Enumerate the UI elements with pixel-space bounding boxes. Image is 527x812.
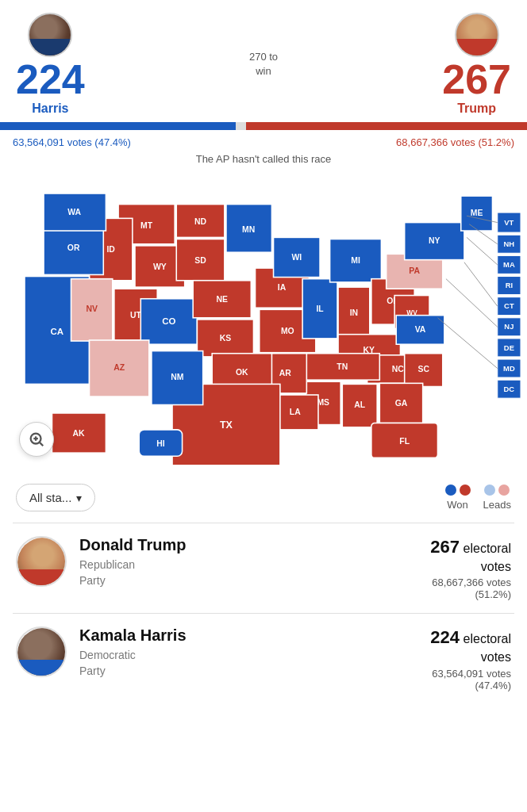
harris-avatar-large bbox=[16, 626, 67, 677]
won-label: Won bbox=[447, 499, 468, 511]
svg-text:NH: NH bbox=[504, 239, 515, 248]
harris-ev-number: 224 bbox=[430, 627, 460, 647]
threshold-line1: 270 to bbox=[249, 50, 278, 64]
svg-text:NM: NM bbox=[171, 373, 183, 381]
svg-text:VT: VT bbox=[504, 218, 514, 227]
harris-leads-dot bbox=[484, 485, 495, 496]
svg-text:RI: RI bbox=[506, 281, 513, 289]
harris-popular: 63,564,091 votes(47.4%) bbox=[430, 668, 511, 691]
svg-text:OK: OK bbox=[236, 368, 248, 377]
svg-line-55 bbox=[437, 318, 497, 369]
leads-dots bbox=[484, 485, 510, 496]
trump-popular-votes: 68,667,366 votes (51.2%) bbox=[396, 136, 514, 148]
svg-text:NC: NC bbox=[392, 365, 405, 373]
svg-text:AL: AL bbox=[354, 400, 366, 409]
trump-avatar-image bbox=[17, 538, 67, 587]
trump-leads-dot bbox=[498, 485, 510, 496]
harris-name-large: Kamala Harris bbox=[79, 626, 417, 645]
svg-text:HI: HI bbox=[156, 439, 165, 448]
harris-electoral-votes: 224 electoralvotes bbox=[430, 626, 511, 665]
svg-text:MS: MS bbox=[317, 398, 329, 407]
svg-text:WA: WA bbox=[67, 208, 81, 216]
svg-text:ME: ME bbox=[471, 209, 483, 217]
legend-row: All sta... ▾ Won Leads bbox=[0, 473, 527, 523]
svg-text:MO: MO bbox=[281, 327, 294, 335]
svg-text:IA: IA bbox=[278, 283, 287, 292]
threshold-info: 270 to win bbox=[249, 50, 278, 79]
trump-score: 267 bbox=[442, 59, 511, 100]
won-dots bbox=[445, 485, 471, 496]
state-filter-button[interactable]: All sta... ▾ bbox=[16, 484, 95, 511]
ap-notice: The AP hasn't called this race bbox=[0, 150, 527, 171]
trump-row: Donald Trump RepublicanParty 267 elector… bbox=[0, 523, 527, 613]
votes-row: 63,564,091 votes (47.4%) 68,667,366 vote… bbox=[0, 135, 527, 150]
harris-popular-votes: 63,564,091 votes (47.4%) bbox=[13, 136, 131, 148]
legend-items: Won Leads bbox=[445, 485, 511, 511]
electoral-progress-bar bbox=[0, 122, 527, 130]
harris-info: Kamala Harris DemocraticParty bbox=[79, 626, 417, 679]
svg-text:AZ: AZ bbox=[113, 363, 125, 372]
svg-text:AK: AK bbox=[72, 429, 85, 438]
trump-popular: 68,667,366 votes(51.2%) bbox=[430, 576, 511, 600]
svg-text:GA: GA bbox=[395, 399, 408, 408]
svg-text:ID: ID bbox=[106, 245, 115, 254]
trump-electoral-votes: 267 electoralvotes bbox=[430, 536, 511, 575]
svg-line-52 bbox=[446, 279, 498, 327]
svg-text:WI: WI bbox=[291, 253, 302, 262]
electoral-map: MT ND MN WY SD ID OR WA CA NV UT CO bbox=[0, 171, 527, 473]
svg-text:TX: TX bbox=[220, 419, 233, 431]
election-header: 224 Harris 270 to win 267 Trump bbox=[0, 0, 527, 122]
zoom-button[interactable] bbox=[19, 422, 54, 457]
trump-won-dot bbox=[460, 485, 471, 496]
trump-avatar bbox=[455, 13, 499, 57]
svg-text:DE: DE bbox=[504, 343, 514, 352]
svg-text:WY: WY bbox=[153, 262, 167, 271]
harris-avatar-image bbox=[17, 628, 67, 677]
svg-text:IL: IL bbox=[316, 304, 324, 313]
trump-ev-number: 267 bbox=[430, 537, 460, 557]
svg-text:MD: MD bbox=[503, 364, 515, 373]
svg-text:AR: AR bbox=[279, 369, 292, 377]
svg-text:NV: NV bbox=[86, 304, 98, 313]
leads-label: Leads bbox=[483, 499, 511, 511]
svg-text:VA: VA bbox=[415, 325, 426, 334]
harris-party: DemocraticParty bbox=[79, 648, 417, 679]
svg-text:FL: FL bbox=[399, 437, 410, 446]
svg-text:UT: UT bbox=[130, 311, 142, 320]
svg-text:NE: NE bbox=[216, 295, 228, 304]
svg-text:LA: LA bbox=[290, 408, 301, 416]
svg-text:NY: NY bbox=[429, 236, 440, 245]
us-map-svg: MT ND MN WY SD ID OR WA CA NV UT CO bbox=[6, 171, 521, 473]
trump-progress bbox=[246, 122, 527, 130]
filter-label: All sta... bbox=[29, 491, 71, 504]
harris-won-dot bbox=[445, 485, 456, 496]
svg-text:PA: PA bbox=[409, 266, 420, 275]
svg-line-47 bbox=[467, 237, 498, 264]
svg-text:DC: DC bbox=[504, 385, 515, 393]
harris-row: Kamala Harris DemocraticParty 224 electo… bbox=[0, 614, 527, 703]
svg-text:TN: TN bbox=[337, 362, 348, 371]
trump-info: Donald Trump RepublicanParty bbox=[79, 536, 417, 588]
svg-text:MT: MT bbox=[140, 221, 153, 230]
svg-text:MA: MA bbox=[503, 260, 515, 269]
harris-score: 224 bbox=[16, 59, 85, 100]
svg-text:SC: SC bbox=[417, 365, 429, 373]
candidate-list: Donald Trump RepublicanParty 267 elector… bbox=[0, 523, 527, 704]
won-legend: Won bbox=[445, 485, 471, 511]
progress-gap bbox=[236, 122, 246, 130]
harris-avatar bbox=[28, 13, 72, 57]
trump-avatar-large bbox=[16, 536, 67, 587]
svg-text:CT: CT bbox=[504, 301, 514, 310]
svg-text:KS: KS bbox=[220, 334, 232, 343]
trump-name: Trump bbox=[457, 102, 496, 116]
harris-progress bbox=[0, 122, 236, 130]
harris-name: Harris bbox=[32, 102, 68, 116]
svg-text:NJ: NJ bbox=[504, 322, 514, 331]
svg-text:ND: ND bbox=[194, 217, 207, 226]
svg-text:MN: MN bbox=[242, 225, 255, 234]
svg-text:MI: MI bbox=[351, 256, 360, 265]
svg-line-50 bbox=[464, 262, 498, 306]
harris-header: 224 Harris bbox=[16, 13, 85, 116]
svg-text:CA: CA bbox=[50, 327, 63, 336]
trump-party: RepublicanParty bbox=[79, 557, 417, 588]
